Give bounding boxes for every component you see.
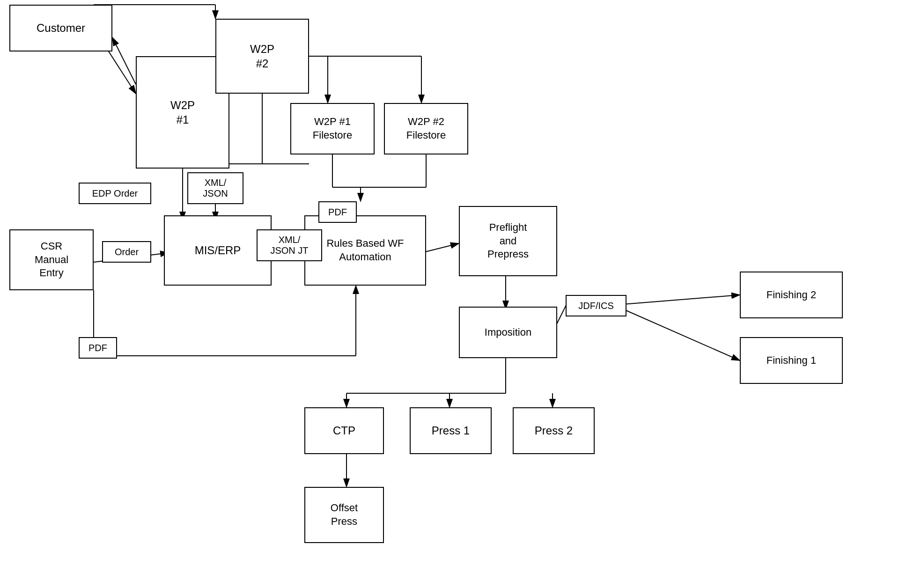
pdf2-label: PDF xyxy=(79,337,117,359)
mis-erp-node: MIS/ERP xyxy=(164,215,272,286)
xml-json-jt-label: XML/JSON JT xyxy=(257,229,322,261)
finishing2-node: Finishing 2 xyxy=(740,272,843,318)
w2p2-node: W2P#2 xyxy=(215,19,309,94)
svg-line-19 xyxy=(421,243,459,253)
edp-order-label: EDP Order xyxy=(79,183,151,204)
finishing1-node: Finishing 1 xyxy=(740,337,843,384)
press2-node: Press 2 xyxy=(513,407,595,454)
customer-node: Customer xyxy=(9,5,112,51)
jdf-ics-label: JDF/ICS xyxy=(566,295,626,316)
csr-node: CSRManualEntry xyxy=(9,229,94,290)
rules-wf-node: Rules Based WFAutomation xyxy=(304,215,426,286)
preflight-node: PreflightandPrepress xyxy=(459,206,557,276)
offset-press-node: OffsetPress xyxy=(304,487,384,543)
imposition-node: Imposition xyxy=(459,307,557,358)
pdf1-label: PDF xyxy=(318,201,357,223)
w2p1-filestore-node: W2P #1Filestore xyxy=(290,103,375,154)
ctp-node: CTP xyxy=(304,407,384,454)
xml-json-label: XML/JSON xyxy=(187,172,243,204)
svg-line-33 xyxy=(112,37,136,84)
svg-line-32 xyxy=(623,309,740,360)
svg-line-31 xyxy=(623,295,740,304)
w2p2-filestore-node: W2P #2Filestore xyxy=(384,103,468,154)
diagram: Customer W2P#1 W2P#2 W2P #1Filestore W2P… xyxy=(0,0,899,588)
press1-node: Press 1 xyxy=(410,407,492,454)
order-label: Order xyxy=(102,241,151,263)
